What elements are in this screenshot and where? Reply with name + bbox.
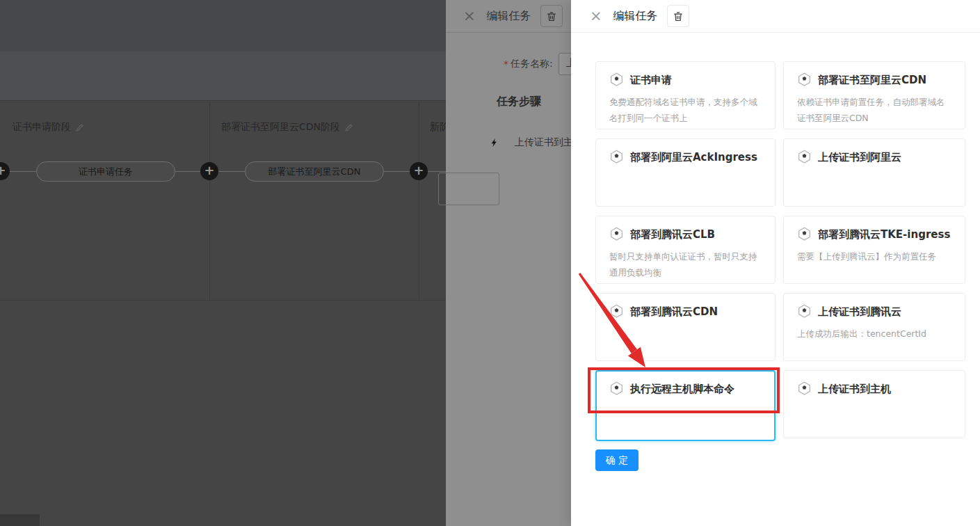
task-name-row: * 任务名称: 上 xyxy=(446,53,571,75)
stage-title: 部署证书至阿里云CDN阶段 xyxy=(221,121,353,134)
close-icon[interactable]: × xyxy=(590,9,602,24)
hexagon-badge-icon xyxy=(609,381,624,397)
card-title-row: 证书申请 xyxy=(609,72,762,88)
stage-divider xyxy=(419,102,419,301)
task-type-card[interactable]: 上传证书到主机 xyxy=(783,370,965,438)
canvas-corner-widget xyxy=(0,514,40,526)
close-icon[interactable]: × xyxy=(463,9,476,24)
task-type-card[interactable]: 部署证书至阿里云CDN 依赖证书申请前置任务，自动部署域名证书至阿里云CDN xyxy=(783,61,965,129)
hexagon-badge-icon xyxy=(797,227,812,242)
hexagon-badge-icon xyxy=(609,72,624,88)
card-title-row: 上传证书到腾讯云 xyxy=(797,304,951,319)
card-title-row: 上传证书到主机 xyxy=(797,381,951,397)
card-title-row: 部署证书至阿里云CDN xyxy=(797,72,951,88)
edit-task-drawer-background: × 编辑任务 * 任务名称: 上 任务步骤 上传证书到主机 xyxy=(446,0,571,526)
task-steps-heading: 任务步骤 xyxy=(497,95,541,109)
card-title: 部署证书至阿里云CDN xyxy=(818,74,926,87)
task-step-label: 上传证书到主机 xyxy=(515,136,571,149)
card-title: 上传证书到腾讯云 xyxy=(818,305,901,319)
required-asterisk: * xyxy=(504,58,508,70)
hexagon-badge-icon xyxy=(609,227,624,242)
card-description: 免费通配符域名证书申请，支持多个域名打到同一个证书上 xyxy=(609,94,762,126)
confirm-button[interactable]: 确 定 xyxy=(595,449,638,471)
task-type-grid: 证书申请 免费通配符域名证书申请，支持多个域名打到同一个证书上 部署证书至阿里云… xyxy=(595,61,965,438)
hexagon-badge-icon xyxy=(797,150,812,165)
edit-pencil-icon[interactable] xyxy=(344,123,353,132)
card-title-row: 执行远程主机脚本命令 xyxy=(609,381,762,397)
edit-task-drawer: × 编辑任务 证书申请 免费通配符域名证书申请，支持多个域名打到同一个证书上 xyxy=(571,0,980,526)
task-step-item[interactable]: 上传证书到主机 xyxy=(490,136,571,149)
card-description: 暂时只支持单向认证证书，暂时只支持通用负载均衡 xyxy=(609,248,762,280)
card-title-row: 部署到阿里云AckIngress xyxy=(609,150,762,165)
hexagon-badge-icon xyxy=(609,150,624,165)
step-input-box[interactable] xyxy=(446,173,499,205)
card-description: 依赖证书申请前置任务，自动部署域名证书至阿里云CDN xyxy=(797,94,951,126)
card-title: 证书申请 xyxy=(630,74,672,87)
task-name-label: 任务名称: xyxy=(511,58,553,70)
task-type-card[interactable]: 上传证书到阿里云 xyxy=(783,138,965,207)
drawer-title: 编辑任务 xyxy=(613,9,658,24)
hexagon-badge-icon xyxy=(797,72,812,88)
card-title: 执行远程主机脚本命令 xyxy=(630,383,734,396)
hexagon-badge-icon xyxy=(797,304,812,319)
canvas-divider xyxy=(0,300,446,301)
task-type-card[interactable]: 部署到腾讯云CDN xyxy=(595,293,776,361)
hexagon-badge-icon xyxy=(609,304,624,319)
add-task-button[interactable]: + xyxy=(0,162,10,180)
card-title-row: 部署到腾讯云TKE-ingress xyxy=(797,227,951,242)
task-pill[interactable]: 证书申请任务 xyxy=(36,161,175,182)
card-title: 部署到腾讯云TKE-ingress xyxy=(818,228,950,241)
card-title: 上传证书到主机 xyxy=(818,383,891,396)
stage-divider xyxy=(209,102,210,301)
task-name-input[interactable]: 上 xyxy=(559,53,571,75)
add-task-button[interactable]: + xyxy=(200,162,218,180)
card-description: 需要【上传到腾讯云】作为前置任务 xyxy=(797,248,951,264)
card-title: 上传证书到阿里云 xyxy=(818,151,901,164)
stage-title-text: 部署证书至阿里云CDN阶段 xyxy=(221,121,340,134)
card-title-row: 部署到腾讯云CLB xyxy=(609,227,762,242)
card-title-row: 上传证书到阿里云 xyxy=(797,150,951,165)
task-type-card[interactable]: 执行远程主机脚本命令 xyxy=(595,370,776,441)
delete-task-button[interactable] xyxy=(667,5,689,27)
card-title: 部署到腾讯云CLB xyxy=(630,228,715,241)
app-root: 证书申请阶段 部署证书至阿里云CDN阶段 新阶段 证书申请任务 部署证书至阿里云… xyxy=(0,0,980,526)
drawer-title: 编辑任务 xyxy=(487,9,531,24)
trash-icon xyxy=(546,10,557,22)
drawer-header: × 编辑任务 xyxy=(446,0,571,33)
edit-pencil-icon[interactable] xyxy=(75,123,84,132)
delete-task-button[interactable] xyxy=(540,5,563,27)
card-title: 部署到阿里云AckIngress xyxy=(630,151,757,164)
card-title: 部署到腾讯云CDN xyxy=(630,305,718,319)
add-task-button[interactable]: + xyxy=(410,162,428,180)
hexagon-badge-icon xyxy=(797,381,812,397)
drawer-header: × 编辑任务 xyxy=(571,0,980,33)
task-type-card[interactable]: 部署到腾讯云CLB 暂时只支持单向认证证书，暂时只支持通用负载均衡 xyxy=(595,216,776,284)
card-title-row: 部署到腾讯云CDN xyxy=(609,304,762,319)
task-type-card[interactable]: 部署到腾讯云TKE-ingress 需要【上传到腾讯云】作为前置任务 xyxy=(783,216,965,284)
task-type-card[interactable]: 证书申请 免费通配符域名证书申请，支持多个域名打到同一个证书上 xyxy=(595,61,776,129)
stage-title-text: 证书申请阶段 xyxy=(13,121,71,134)
stage-title: 证书申请阶段 xyxy=(13,121,84,134)
task-type-card[interactable]: 上传证书到腾讯云 上传成功后输出：tencentCertId xyxy=(783,293,965,361)
lightning-bolt-icon xyxy=(490,137,499,148)
task-pill[interactable]: 部署证书至阿里云CDN xyxy=(245,161,384,182)
card-description: 上传成功后输出：tencentCertId xyxy=(797,326,951,342)
trash-icon xyxy=(673,10,684,22)
task-type-card[interactable]: 部署到阿里云AckIngress xyxy=(595,138,776,207)
